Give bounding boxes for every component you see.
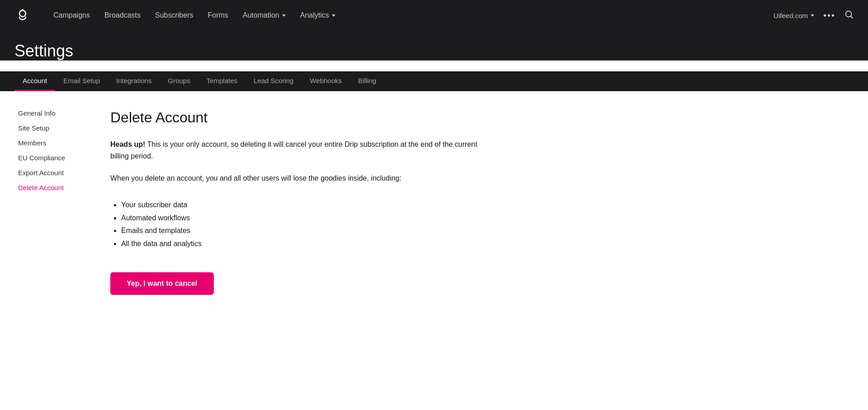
- svg-point-1: [22, 9, 24, 11]
- sidebar-item-delete-account[interactable]: Delete Account: [18, 180, 89, 195]
- account-dropdown-icon: [811, 14, 814, 17]
- nav-forms[interactable]: Forms: [201, 8, 234, 23]
- warning-body: This is your only account, so deleting i…: [110, 140, 477, 160]
- tab-account[interactable]: Account: [14, 71, 55, 91]
- nav-subscribers[interactable]: Subscribers: [149, 8, 199, 23]
- sidebar: General Info Site Setup Members EU Compl…: [0, 91, 99, 410]
- nav-campaigns[interactable]: Campaigns: [47, 8, 96, 23]
- list-item: Emails and templates: [121, 224, 485, 238]
- list-item: Your subscriber data: [121, 199, 485, 212]
- tab-billing[interactable]: Billing: [350, 71, 384, 91]
- tab-webhooks[interactable]: Webhooks: [302, 71, 350, 91]
- sidebar-item-site-setup[interactable]: Site Setup: [18, 121, 89, 135]
- list-item: Automated workflows: [121, 212, 485, 225]
- app-logo[interactable]: [14, 7, 31, 23]
- warning-text: Heads up! This is your only account, so …: [110, 139, 485, 162]
- nav-broadcasts[interactable]: Broadcasts: [98, 8, 147, 23]
- warning-bold: Heads up!: [110, 140, 145, 148]
- nav-automation[interactable]: Automation: [236, 8, 292, 23]
- nav-links: Campaigns Broadcasts Subscribers Forms A…: [47, 8, 774, 23]
- top-navigation: Campaigns Broadcasts Subscribers Forms A…: [0, 0, 868, 31]
- account-selector[interactable]: Uifeed.com: [774, 12, 814, 19]
- sidebar-item-eu-compliance[interactable]: EU Compliance: [18, 150, 89, 165]
- sidebar-item-general-info[interactable]: General Info: [18, 106, 89, 121]
- svg-point-0: [19, 10, 26, 17]
- sidebar-item-export-account[interactable]: Export Account: [18, 165, 89, 180]
- tab-integrations[interactable]: Integrations: [108, 71, 160, 91]
- more-options-button[interactable]: •••: [823, 10, 835, 21]
- content-title: Delete Account: [110, 109, 485, 126]
- tab-email-setup[interactable]: Email Setup: [55, 71, 108, 91]
- content-area: Delete Account Heads up! This is your on…: [99, 91, 506, 410]
- svg-line-3: [851, 16, 853, 18]
- search-button[interactable]: [844, 10, 854, 21]
- cancel-account-button[interactable]: Yep, I want to cancel: [110, 272, 214, 295]
- description-text: When you delete an account, you and all …: [110, 172, 485, 184]
- settings-tabs: Account Email Setup Integrations Groups …: [0, 71, 868, 91]
- nav-analytics[interactable]: Analytics: [294, 8, 342, 23]
- analytics-dropdown-icon: [332, 14, 335, 17]
- nav-right: Uifeed.com •••: [774, 10, 854, 21]
- main-content: General Info Site Setup Members EU Compl…: [0, 91, 868, 410]
- sidebar-item-members[interactable]: Members: [18, 135, 89, 150]
- list-item: All the data and analytics: [121, 238, 485, 251]
- tab-templates[interactable]: Templates: [198, 71, 245, 91]
- page-header: Settings: [0, 31, 868, 61]
- tab-groups[interactable]: Groups: [160, 71, 198, 91]
- automation-dropdown-icon: [282, 14, 286, 17]
- page-title: Settings: [14, 42, 854, 61]
- loss-list: Your subscriber data Automated workflows…: [110, 199, 485, 251]
- tab-lead-scoring[interactable]: Lead Scoring: [245, 71, 302, 91]
